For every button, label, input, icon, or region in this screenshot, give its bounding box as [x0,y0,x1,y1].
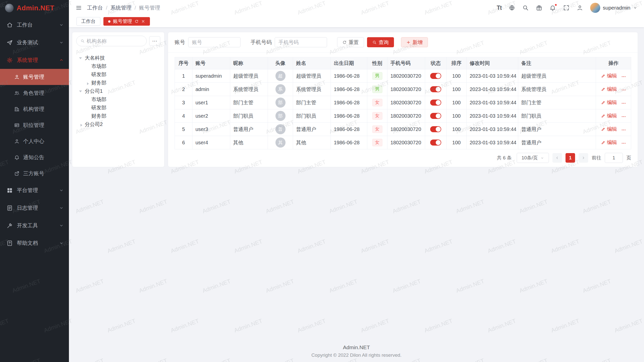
page-number-button[interactable]: 1 [566,153,575,163]
sidebar-item[interactable]: 工作台 [0,16,69,34]
sidebar-item[interactable]: 系统管理 [0,51,69,69]
edit-button[interactable]: 编辑 [601,139,617,146]
goto-page-input[interactable] [605,153,623,163]
sidebar-item[interactable]: 日志管理 [0,199,69,217]
edit-button[interactable]: 编辑 [601,72,617,79]
page-tab[interactable]: 工作台 [76,17,100,26]
sidebar-item[interactable]: 业务测试 [0,34,69,51]
add-button[interactable]: 新增 [401,37,428,47]
caret-icon[interactable] [79,123,84,126]
tree-node[interactable]: 研发部 [76,70,160,79]
profile-icon [14,139,20,144]
user-icon[interactable] [577,5,583,11]
edit-button-label: 编辑 [607,112,617,119]
tab-close-icon[interactable] [141,19,145,23]
cell-modified: 2023-01-03 10:59:44 [467,136,518,149]
edit-button-label: 编辑 [607,72,617,79]
sidebar-subitem[interactable]: 通知公告 [0,149,69,165]
sidebar-subitem[interactable]: 三方账号 [0,165,69,182]
app-logo[interactable]: Admin.NET [0,0,69,16]
sidebar-item[interactable]: 帮助文档 [0,234,69,252]
tree-node[interactable]: 财务部 [76,112,160,120]
reset-button[interactable]: 重置 [337,37,364,47]
chevron-left-icon [555,156,559,160]
menu-collapse-icon[interactable] [75,5,82,11]
status-toggle[interactable] [430,126,441,132]
edit-button[interactable]: 编辑 [601,112,617,119]
breadcrumb-item[interactable]: 工作台 [87,4,103,11]
gift-icon[interactable] [536,5,542,11]
caret-icon[interactable] [79,89,83,94]
status-toggle[interactable] [430,86,441,92]
org-more-button[interactable]: ⋯ [149,36,160,46]
sidebar-item[interactable]: 平台管理 [0,182,69,199]
sidebar-subitem[interactable]: 个人中心 [0,133,69,149]
sidebar-subitem[interactable]: 角色管理 [0,85,69,101]
page-size-select[interactable]: 10条/页 [517,153,549,163]
row-more-button[interactable] [621,141,626,146]
edit-icon [601,74,606,78]
column-header: 性别 [367,57,387,69]
chevron-down-icon [59,241,64,246]
sidebar-subitem[interactable]: 账号管理 [0,69,69,85]
column-header: 姓名 [293,57,331,69]
cell-sort: 100 [447,123,467,136]
cell-birthday: 1986-06-28 [331,69,367,83]
tab-refresh-icon[interactable] [135,19,139,23]
header-icon-strip: Tt [497,5,583,11]
cell-remark: 超级管理员 [518,69,596,83]
chevron-right-icon [581,156,585,160]
caret-icon[interactable] [85,81,90,85]
search-button[interactable]: 查询 [367,37,394,47]
user-avatar[interactable] [590,3,600,13]
column-header: 状态 [425,57,447,69]
sidebar-subitem-label: 个人中心 [23,138,44,145]
row-more-button[interactable] [621,101,626,106]
next-page-button[interactable] [579,153,588,163]
edit-button[interactable]: 编辑 [601,86,617,93]
breadcrumb-item[interactable]: 系统管理 [110,4,132,11]
tab-active-dot [108,20,110,23]
tree-node[interactable]: 财务部 [76,79,160,87]
row-more-button[interactable] [621,127,626,132]
fullscreen-icon[interactable] [563,5,570,11]
prev-page-button[interactable] [552,153,562,163]
tree-node[interactable]: 分公司1 [76,87,160,95]
tree-node[interactable]: 研发部 [76,104,160,112]
toggle-knob [436,73,441,78]
font-size-icon[interactable]: Tt [497,5,502,11]
toggle-knob [436,87,441,92]
caret-icon[interactable] [79,56,83,61]
user-menu[interactable]: superadmin [590,3,637,13]
row-more-button[interactable] [621,74,626,79]
search-button-label: 查询 [379,39,389,46]
globe-icon[interactable] [509,5,515,11]
search-icon [372,40,377,44]
account-input[interactable] [188,37,240,47]
edit-button[interactable]: 编辑 [601,99,617,106]
tree-node[interactable]: 市场部 [76,95,160,104]
edit-button[interactable]: 编辑 [601,126,617,132]
tree-node[interactable]: 分公司2 [76,120,160,128]
status-toggle[interactable] [430,140,441,146]
row-more-button[interactable] [621,87,626,93]
status-toggle[interactable] [430,73,441,79]
org-panel: ⋯ 大名科技市场部研发部财务部分公司1市场部研发部财务部分公司2 [72,32,165,167]
tree-node[interactable]: 大名科技 [76,54,160,62]
phone-input[interactable] [275,37,327,47]
row-more-button[interactable] [621,114,626,119]
column-header: 排序 [447,57,467,69]
page-tab[interactable]: 账号管理 [103,17,150,26]
tree-node[interactable]: 市场部 [76,62,160,70]
org-search-input[interactable] [87,38,142,44]
notification-bell-icon[interactable] [549,5,556,11]
column-header: 备注 [518,57,596,69]
search-icon[interactable] [522,5,529,11]
sidebar-subitem[interactable]: 机构管理 [0,101,69,117]
org-icon [14,106,20,112]
workarea: ⋯ 大名科技市场部研发部财务部分公司1市场部研发部财务部分公司2 账号 手机号码… [69,27,644,362]
sidebar-subitem[interactable]: 职位管理 [0,117,69,133]
status-toggle[interactable] [430,113,441,119]
sidebar-item[interactable]: 开发工具 [0,217,69,234]
status-toggle[interactable] [430,100,441,106]
